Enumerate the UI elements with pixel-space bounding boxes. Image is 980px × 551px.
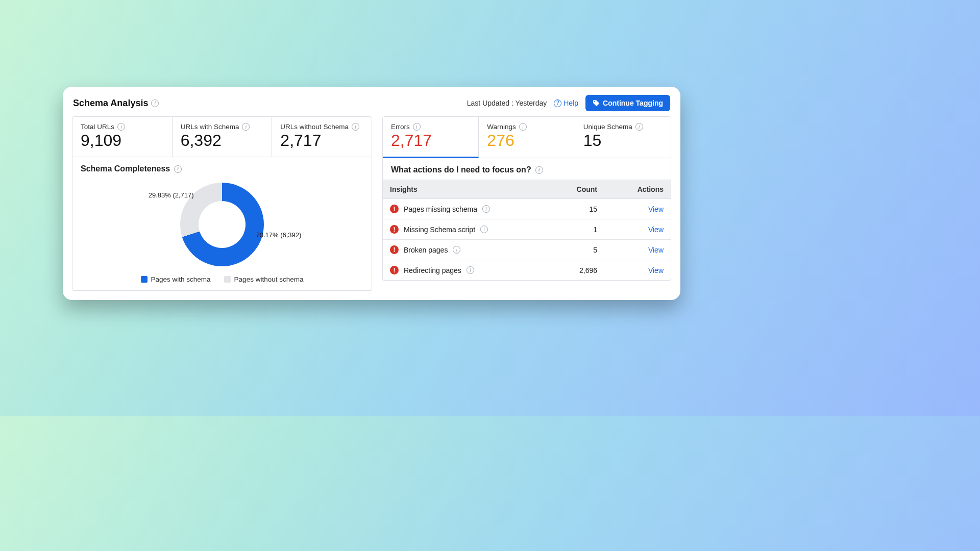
insight-count: 15 — [546, 205, 597, 213]
stats-right-tabs: Errorsi 2,717 Warningsi 276 Unique Schem… — [382, 116, 671, 158]
view-link[interactable]: View — [648, 246, 664, 254]
stat-label: URLs with Schema — [181, 123, 239, 131]
donut-label-with: 70.17% (6,392) — [256, 231, 301, 239]
tab-errors[interactable]: Errorsi 2,717 — [383, 117, 479, 158]
stat-without-schema: URLs without Schemai 2,717 — [272, 117, 372, 157]
insight-label: Missing Schema script — [404, 226, 475, 234]
tab-unique-schema[interactable]: Unique Schemai 15 — [575, 117, 671, 158]
error-icon: ! — [390, 225, 399, 234]
legend-b: Pages without schema — [234, 276, 304, 283]
table-row: !Missing Schema scripti1View — [383, 219, 671, 240]
section-title: Schema Completeness — [81, 164, 170, 173]
insight-label: Redirecting pages — [404, 266, 461, 274]
stat-label: Total URLs — [81, 123, 114, 131]
error-icon: ! — [390, 205, 399, 213]
continue-tagging-button[interactable]: Continue Tagging — [585, 95, 670, 111]
info-icon[interactable]: i — [480, 226, 488, 233]
info-icon[interactable]: i — [352, 123, 359, 131]
info-icon[interactable]: i — [467, 266, 474, 274]
error-icon: ! — [390, 266, 399, 274]
insights-table-header: Insights Count Actions — [383, 180, 671, 199]
help-label: Help — [564, 99, 578, 107]
insight-label: Broken pages — [404, 246, 448, 254]
view-link[interactable]: View — [648, 205, 664, 213]
help-icon: ? — [554, 99, 561, 107]
panel-header: Schema Analysis i Last Updated : Yesterd… — [72, 94, 671, 116]
help-link[interactable]: ? Help — [554, 99, 578, 107]
insight-label: Pages missing schema — [404, 205, 477, 213]
info-icon[interactable]: i — [635, 123, 643, 131]
legend-a: Pages with schema — [151, 276, 211, 283]
actions-section: What actions do I need to focus on? i In… — [382, 158, 671, 281]
stat-label: URLs without Schema — [280, 123, 349, 131]
insights-table-body: !Pages missing schemai15View!Missing Sch… — [383, 199, 671, 280]
col-insights: Insights — [390, 185, 546, 193]
stat-label: Unique Schema — [583, 123, 632, 131]
col-actions: Actions — [597, 185, 664, 193]
info-icon[interactable]: i — [174, 165, 182, 173]
stat-value: 15 — [583, 132, 663, 149]
schema-analysis-panel: Schema Analysis i Last Updated : Yesterd… — [63, 87, 680, 300]
insight-count: 1 — [546, 226, 597, 234]
stat-value: 2,717 — [391, 132, 470, 149]
view-link[interactable]: View — [648, 266, 664, 274]
tab-warnings[interactable]: Warningsi 276 — [479, 117, 575, 158]
info-icon[interactable]: i — [535, 166, 543, 174]
view-link[interactable]: View — [648, 226, 664, 234]
page-title: Schema Analysis — [73, 98, 148, 109]
col-count: Count — [546, 185, 597, 193]
table-row: !Pages missing schemai15View — [383, 199, 671, 219]
tag-icon — [593, 99, 600, 107]
section-title: What actions do I need to focus on? — [391, 165, 531, 174]
cta-label: Continue Tagging — [603, 99, 663, 107]
chart-legend: Pages with schema Pages without schema — [81, 271, 363, 284]
stat-value: 6,392 — [181, 132, 264, 149]
stat-value: 2,717 — [280, 132, 363, 149]
table-row: !Redirecting pagesi2,696View — [383, 260, 671, 280]
info-icon[interactable]: i — [453, 246, 460, 254]
info-icon[interactable]: i — [519, 123, 527, 131]
legend-swatch-grey — [224, 276, 231, 283]
last-updated: Last Updated : Yesterday — [467, 99, 547, 107]
stat-value: 9,109 — [81, 132, 164, 149]
donut-chart: 29.83% (2,717) 70.17% (6,392) — [81, 173, 363, 271]
stat-value: 276 — [487, 132, 566, 149]
info-icon[interactable]: i — [117, 123, 125, 131]
stat-total-urls: Total URLsi 9,109 — [72, 117, 173, 157]
info-icon[interactable]: i — [151, 99, 159, 107]
info-icon[interactable]: i — [482, 205, 490, 213]
insight-count: 5 — [546, 246, 597, 254]
stats-left: Total URLsi 9,109 URLs with Schemai 6,39… — [72, 116, 372, 157]
schema-completeness-section: Schema Completeness i 29.83% (2,717) 70.… — [72, 157, 372, 291]
insight-count: 2,696 — [546, 266, 597, 274]
info-icon[interactable]: i — [413, 123, 421, 131]
legend-swatch-blue — [141, 276, 148, 283]
table-row: !Broken pagesi5View — [383, 240, 671, 260]
stat-with-schema: URLs with Schemai 6,392 — [173, 117, 273, 157]
stat-label: Errors — [391, 123, 410, 131]
info-icon[interactable]: i — [242, 123, 250, 131]
stat-label: Warnings — [487, 123, 516, 131]
error-icon: ! — [390, 245, 399, 254]
donut-label-without: 29.83% (2,717) — [149, 191, 194, 199]
